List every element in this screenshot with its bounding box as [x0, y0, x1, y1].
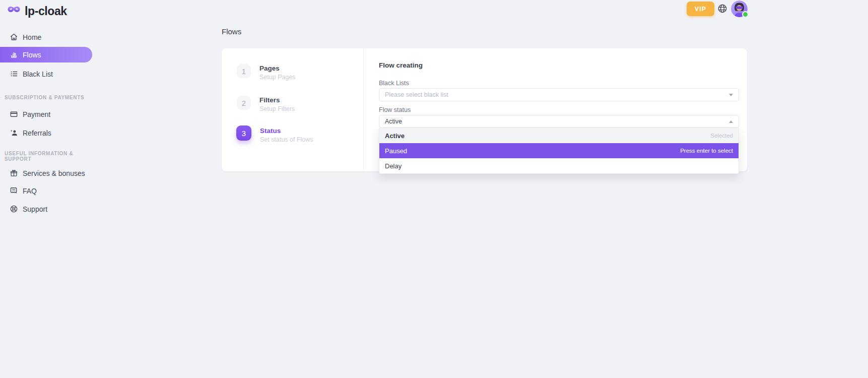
sidebar-item-black-list[interactable]: Black List [0, 66, 92, 82]
black-lists-label: Black Lists [379, 80, 409, 87]
avatar[interactable] [731, 1, 748, 17]
chevron-up-icon [729, 120, 733, 123]
wizard-step-filters[interactable]: 2 Filters Setup Filters [237, 96, 295, 113]
section-divider [88, 97, 88, 98]
wizard-step-status[interactable]: 3 Status Set status of Flows [236, 125, 313, 144]
online-status-dot [742, 11, 749, 18]
sidebar-section-subscription: SUBSCRIPTION & PAYMENTS [5, 94, 91, 100]
step-number: 3 [236, 125, 251, 141]
flow-creating-card: 1 Pages Setup Pages 2 Filters Setup Filt… [222, 48, 747, 171]
logo[interactable]: lp-cloak [7, 4, 67, 19]
chevron-down-icon [729, 94, 733, 96]
dropdown-option-delay[interactable]: Delay [379, 158, 739, 173]
sidebar-item-home[interactable]: Home [0, 29, 92, 45]
flows-icon [10, 50, 18, 59]
black-lists-input[interactable] [385, 91, 729, 98]
flow-status-dropdown: Active Selected Paused Press enter to se… [379, 128, 739, 174]
step-number: 1 [237, 64, 251, 78]
sidebar-item-label: Black List [23, 70, 53, 78]
step-subtitle: Set status of Flows [260, 136, 313, 144]
step-number: 2 [237, 96, 251, 110]
flow-status-value: Active [385, 118, 729, 125]
globe-icon[interactable] [717, 4, 727, 14]
vip-button[interactable]: VIP [687, 2, 714, 16]
sidebar-item-support[interactable]: Support [0, 201, 92, 217]
flow-status-label: Flow status [379, 106, 411, 113]
sidebar-item-label: FAQ [23, 187, 37, 195]
step-subtitle: Setup Filters [259, 105, 295, 113]
vip-label: VIP [695, 6, 706, 13]
home-icon [10, 33, 18, 41]
gift-icon [10, 169, 18, 177]
sidebar-item-services[interactable]: Services & bonuses [0, 165, 92, 181]
credit-card-icon [10, 110, 18, 118]
wizard-step-pages[interactable]: 1 Pages Setup Pages [237, 64, 296, 81]
sidebar-item-label: Support [23, 205, 47, 213]
sidebar-item-label: Home [23, 33, 41, 41]
sidebar-item-label: Services & bonuses [23, 169, 85, 177]
mask-icon [7, 5, 21, 17]
step-title: Filters [259, 96, 295, 104]
black-list-icon [10, 70, 18, 78]
sidebar-item-label: Payment [23, 110, 50, 118]
black-lists-select[interactable] [379, 88, 739, 101]
flow-status-select[interactable]: Active [379, 115, 739, 128]
app-root: lp-cloak Home Flows Black List [0, 0, 868, 378]
dropdown-option-active[interactable]: Active Selected [379, 128, 739, 143]
sidebar-item-label: Flows [23, 51, 41, 59]
referrals-icon [10, 129, 18, 137]
logo-text: lp-cloak [25, 5, 67, 18]
step-title: Pages [259, 65, 296, 73]
option-hint: Selected [710, 133, 733, 139]
sidebar-item-faq[interactable]: ?! FAQ [0, 183, 92, 199]
faq-icon: ?! [10, 186, 18, 195]
step-title: Status [260, 127, 313, 135]
sidebar-section-support: USEFUL INFORMATION & SUPPORT [5, 153, 91, 159]
sidebar-item-payment[interactable]: Payment [0, 106, 92, 122]
dropdown-option-paused[interactable]: Paused Press enter to select [379, 143, 739, 158]
page-title: Flows [222, 27, 241, 36]
step-subtitle: Setup Pages [259, 73, 296, 81]
panel-divider [363, 48, 364, 171]
sidebar-item-referrals[interactable]: Referrals [0, 125, 92, 141]
form-title: Flow creating [379, 61, 423, 69]
svg-text:?!: ?! [12, 188, 16, 193]
support-icon [10, 205, 18, 213]
option-hint: Press enter to select [680, 148, 733, 154]
sidebar-item-flows[interactable]: Flows [0, 47, 92, 62]
sidebar-item-label: Referrals [23, 129, 51, 137]
